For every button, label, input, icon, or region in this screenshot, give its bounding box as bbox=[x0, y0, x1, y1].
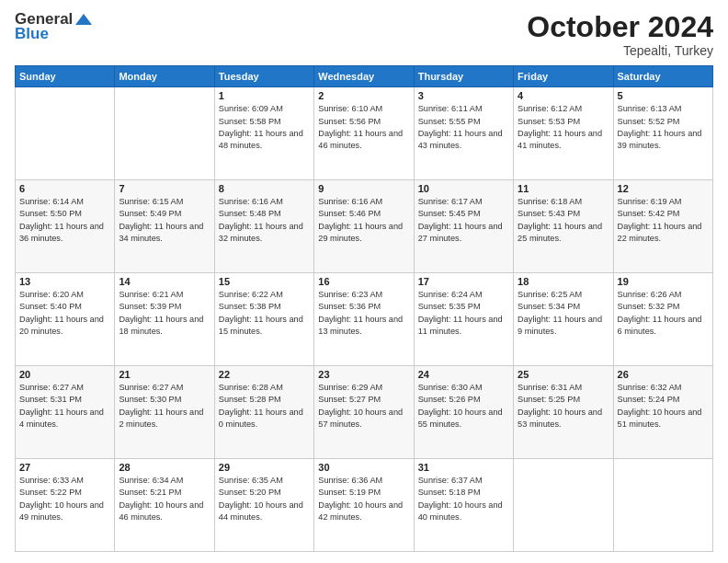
day-info: Sunrise: 6:23 AMSunset: 5:36 PMDaylight:… bbox=[318, 289, 409, 338]
logo-blue-text: Blue bbox=[15, 26, 49, 41]
calendar-cell: 25Sunrise: 6:31 AMSunset: 5:25 PMDayligh… bbox=[514, 366, 613, 459]
day-number: 16 bbox=[318, 276, 409, 287]
calendar-cell: 29Sunrise: 6:35 AMSunset: 5:20 PMDayligh… bbox=[214, 459, 313, 552]
day-number: 24 bbox=[418, 369, 509, 380]
day-of-week-header: Thursday bbox=[414, 66, 513, 87]
day-number: 17 bbox=[418, 276, 509, 287]
day-number: 9 bbox=[318, 183, 409, 194]
calendar-cell: 7Sunrise: 6:15 AMSunset: 5:49 PMDaylight… bbox=[115, 180, 214, 273]
day-info: Sunrise: 6:22 AMSunset: 5:38 PMDaylight:… bbox=[219, 289, 310, 338]
day-info: Sunrise: 6:30 AMSunset: 5:26 PMDaylight:… bbox=[418, 382, 509, 431]
day-number: 1 bbox=[219, 90, 310, 101]
day-number: 8 bbox=[219, 183, 310, 194]
day-of-week-header: Sunday bbox=[16, 66, 115, 87]
calendar-cell bbox=[16, 87, 115, 180]
header: General Blue October 2024 Tepealti, Turk… bbox=[15, 11, 713, 58]
day-info: Sunrise: 6:37 AMSunset: 5:18 PMDaylight:… bbox=[418, 475, 509, 523]
day-number: 22 bbox=[219, 369, 310, 380]
calendar-cell: 5Sunrise: 6:13 AMSunset: 5:52 PMDaylight… bbox=[613, 87, 712, 180]
logo: General Blue bbox=[15, 11, 92, 41]
day-info: Sunrise: 6:36 AMSunset: 5:19 PMDaylight:… bbox=[318, 475, 409, 523]
calendar-cell: 31Sunrise: 6:37 AMSunset: 5:18 PMDayligh… bbox=[414, 459, 513, 552]
location-title: Tepealti, Turkey bbox=[527, 43, 713, 58]
day-number: 29 bbox=[219, 462, 310, 473]
logo-block: General Blue bbox=[15, 11, 92, 41]
calendar-cell: 23Sunrise: 6:29 AMSunset: 5:27 PMDayligh… bbox=[314, 366, 414, 459]
calendar-cell: 18Sunrise: 6:25 AMSunset: 5:34 PMDayligh… bbox=[514, 273, 613, 366]
day-info: Sunrise: 6:25 AMSunset: 5:34 PMDaylight:… bbox=[518, 289, 609, 338]
logo-icon bbox=[75, 12, 92, 27]
day-number: 5 bbox=[618, 90, 709, 101]
day-info: Sunrise: 6:19 AMSunset: 5:42 PMDaylight:… bbox=[618, 196, 709, 245]
day-number: 19 bbox=[618, 276, 709, 287]
calendar-week-row: 13Sunrise: 6:20 AMSunset: 5:40 PMDayligh… bbox=[16, 273, 713, 366]
calendar-cell: 14Sunrise: 6:21 AMSunset: 5:39 PMDayligh… bbox=[115, 273, 214, 366]
day-info: Sunrise: 6:28 AMSunset: 5:28 PMDaylight:… bbox=[219, 382, 310, 431]
calendar-cell: 21Sunrise: 6:27 AMSunset: 5:30 PMDayligh… bbox=[115, 366, 214, 459]
svg-marker-0 bbox=[75, 14, 92, 25]
day-info: Sunrise: 6:17 AMSunset: 5:45 PMDaylight:… bbox=[418, 196, 509, 245]
calendar-cell bbox=[115, 87, 214, 180]
calendar-cell: 10Sunrise: 6:17 AMSunset: 5:45 PMDayligh… bbox=[414, 180, 513, 273]
calendar-body: 1Sunrise: 6:09 AMSunset: 5:58 PMDaylight… bbox=[16, 87, 713, 552]
calendar-cell: 22Sunrise: 6:28 AMSunset: 5:28 PMDayligh… bbox=[214, 366, 313, 459]
day-info: Sunrise: 6:16 AMSunset: 5:46 PMDaylight:… bbox=[318, 196, 409, 245]
day-info: Sunrise: 6:20 AMSunset: 5:40 PMDaylight:… bbox=[19, 289, 110, 338]
day-info: Sunrise: 6:14 AMSunset: 5:50 PMDaylight:… bbox=[19, 196, 110, 245]
day-info: Sunrise: 6:18 AMSunset: 5:43 PMDaylight:… bbox=[518, 196, 609, 245]
day-number: 21 bbox=[119, 369, 210, 380]
calendar-cell: 19Sunrise: 6:26 AMSunset: 5:32 PMDayligh… bbox=[613, 273, 712, 366]
day-number: 26 bbox=[618, 369, 709, 380]
day-info: Sunrise: 6:29 AMSunset: 5:27 PMDaylight:… bbox=[318, 382, 409, 431]
day-number: 15 bbox=[219, 276, 310, 287]
day-number: 3 bbox=[418, 90, 509, 101]
day-info: Sunrise: 6:21 AMSunset: 5:39 PMDaylight:… bbox=[119, 289, 210, 338]
day-number: 13 bbox=[19, 276, 110, 287]
day-info: Sunrise: 6:34 AMSunset: 5:21 PMDaylight:… bbox=[119, 475, 210, 523]
calendar-cell: 17Sunrise: 6:24 AMSunset: 5:35 PMDayligh… bbox=[414, 273, 513, 366]
calendar-cell: 27Sunrise: 6:33 AMSunset: 5:22 PMDayligh… bbox=[16, 459, 115, 552]
day-number: 18 bbox=[518, 276, 609, 287]
day-info: Sunrise: 6:27 AMSunset: 5:30 PMDaylight:… bbox=[119, 382, 210, 431]
day-number: 20 bbox=[19, 369, 110, 380]
day-of-week-header: Tuesday bbox=[214, 66, 313, 87]
day-info: Sunrise: 6:26 AMSunset: 5:32 PMDaylight:… bbox=[618, 289, 709, 338]
day-number: 4 bbox=[518, 90, 609, 101]
day-number: 10 bbox=[418, 183, 509, 194]
day-number: 27 bbox=[19, 462, 110, 473]
calendar-cell: 12Sunrise: 6:19 AMSunset: 5:42 PMDayligh… bbox=[613, 180, 712, 273]
day-of-week-header: Monday bbox=[115, 66, 214, 87]
day-info: Sunrise: 6:33 AMSunset: 5:22 PMDaylight:… bbox=[19, 475, 110, 523]
header-row: SundayMondayTuesdayWednesdayThursdayFrid… bbox=[16, 66, 713, 87]
day-number: 11 bbox=[518, 183, 609, 194]
calendar-week-row: 20Sunrise: 6:27 AMSunset: 5:31 PMDayligh… bbox=[16, 366, 713, 459]
calendar-cell: 4Sunrise: 6:12 AMSunset: 5:53 PMDaylight… bbox=[514, 87, 613, 180]
day-info: Sunrise: 6:10 AMSunset: 5:56 PMDaylight:… bbox=[318, 103, 409, 152]
calendar-week-row: 6Sunrise: 6:14 AMSunset: 5:50 PMDaylight… bbox=[16, 180, 713, 273]
day-number: 23 bbox=[318, 369, 409, 380]
day-number: 7 bbox=[119, 183, 210, 194]
day-of-week-header: Wednesday bbox=[314, 66, 414, 87]
calendar-cell bbox=[613, 459, 712, 552]
calendar-cell: 2Sunrise: 6:10 AMSunset: 5:56 PMDaylight… bbox=[314, 87, 414, 180]
day-info: Sunrise: 6:32 AMSunset: 5:24 PMDaylight:… bbox=[618, 382, 709, 431]
month-title: October 2024 bbox=[527, 11, 713, 43]
calendar-header: SundayMondayTuesdayWednesdayThursdayFrid… bbox=[16, 66, 713, 87]
calendar-cell: 9Sunrise: 6:16 AMSunset: 5:46 PMDaylight… bbox=[314, 180, 414, 273]
day-number: 6 bbox=[19, 183, 110, 194]
day-info: Sunrise: 6:15 AMSunset: 5:49 PMDaylight:… bbox=[119, 196, 210, 245]
page: General Blue October 2024 Tepealti, Turk… bbox=[0, 0, 728, 563]
title-block: October 2024 Tepealti, Turkey bbox=[527, 11, 713, 58]
day-number: 28 bbox=[119, 462, 210, 473]
day-info: Sunrise: 6:31 AMSunset: 5:25 PMDaylight:… bbox=[518, 382, 609, 431]
calendar-week-row: 27Sunrise: 6:33 AMSunset: 5:22 PMDayligh… bbox=[16, 459, 713, 552]
calendar-cell: 13Sunrise: 6:20 AMSunset: 5:40 PMDayligh… bbox=[16, 273, 115, 366]
calendar-cell: 24Sunrise: 6:30 AMSunset: 5:26 PMDayligh… bbox=[414, 366, 513, 459]
calendar-cell: 1Sunrise: 6:09 AMSunset: 5:58 PMDaylight… bbox=[214, 87, 313, 180]
calendar-cell bbox=[514, 459, 613, 552]
day-info: Sunrise: 6:13 AMSunset: 5:52 PMDaylight:… bbox=[618, 103, 709, 152]
calendar-cell: 6Sunrise: 6:14 AMSunset: 5:50 PMDaylight… bbox=[16, 180, 115, 273]
calendar-cell: 11Sunrise: 6:18 AMSunset: 5:43 PMDayligh… bbox=[514, 180, 613, 273]
day-info: Sunrise: 6:09 AMSunset: 5:58 PMDaylight:… bbox=[219, 103, 310, 152]
calendar-cell: 20Sunrise: 6:27 AMSunset: 5:31 PMDayligh… bbox=[16, 366, 115, 459]
